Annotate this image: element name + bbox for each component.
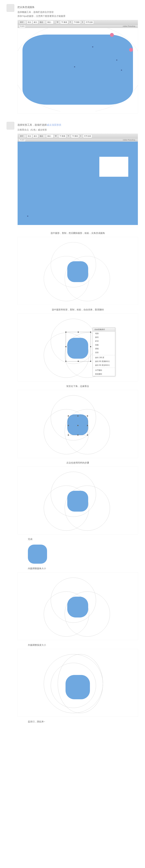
menu-item[interactable]: 缩放 (93, 332, 115, 335)
ps-chip: 74 像素 (60, 21, 68, 24)
caption: 完成 (28, 537, 138, 541)
menu-item[interactable]: 透视 (93, 347, 115, 351)
rounded-shape (67, 261, 88, 282)
ps-chip: E (79, 134, 82, 138)
menu-item[interactable]: 旋转 90 度(逆时针) (93, 363, 115, 367)
step-desc-prefix: 选择矩形工具，选项栏选择 (18, 123, 47, 126)
step-desc: 沿着重合点（红色）减去矩形 (18, 128, 138, 132)
squircle-shape (23, 35, 133, 104)
ps-chip: 减去 (32, 21, 38, 24)
menu-item[interactable]: 扭曲 (93, 343, 115, 347)
ps-chip: W: (54, 134, 58, 138)
ps-chip: 74 像素 (71, 134, 79, 138)
caption: 内圆调整圆角大小 (28, 567, 138, 570)
ps-chip: W: (55, 21, 60, 24)
ps-chip: H: (67, 134, 71, 138)
rounded-shape (67, 597, 88, 618)
ps-chip: 描边： (39, 134, 46, 138)
ps-chip: H: (69, 21, 72, 24)
caption: 选中圆形和矩形，复制，粘贴，自由变换，垂直翻转 (18, 308, 138, 312)
ps-chip: E (81, 21, 84, 24)
ps-chip: 描边： (46, 21, 53, 24)
app-title: Adobe Photoshop... (123, 25, 137, 27)
doc-meta: RGB/8 (19, 25, 25, 28)
menu-item[interactable]: 旋转 (93, 335, 115, 339)
caption: 矩至右下角，边缘重合 (18, 384, 138, 388)
menu-item[interactable]: 垂直翻转 (93, 372, 115, 376)
context-menu: 自由变换路径 缩放 旋转 斜切 扭曲 透视 变形 旋转 180 度 旋转 90 … (93, 328, 115, 376)
step-desc: 选择矩形工具，选项栏选择减去顶层形状 (18, 123, 138, 127)
menu-item[interactable]: 变形 (93, 351, 115, 354)
step-desc: 添加74px的圆形，注意两个图形要重合才能圆滑 (18, 14, 138, 18)
final-shape (28, 545, 47, 564)
step-title: 把尖角变成圆角 (18, 5, 138, 9)
app-title: Adobe Photoshop... (123, 139, 137, 141)
step-link: 减去顶层形状 (47, 123, 62, 126)
ps-chip: 对齐边缘 (83, 134, 92, 138)
menu-header: 自由变换路径 (93, 328, 115, 332)
step-number-icon (7, 4, 14, 12)
ps-chip: 组合 (27, 134, 32, 138)
menu-item[interactable]: 旋转 90 度(顺时针) (93, 360, 115, 363)
rounded-shape (67, 491, 88, 512)
menu-item[interactable]: 旋转 180 度 (93, 356, 115, 360)
ps-chip: 路径： (19, 134, 26, 138)
menu-item[interactable]: 水平翻转 (93, 368, 115, 372)
rounded-shape (66, 675, 90, 699)
caption: 选中圆形，复制，然后删除圆形，粘贴，尖角变成圆角 (18, 231, 138, 235)
ps-chip: 74 像素 (58, 134, 66, 138)
caption: 盆友们，躁起来~ (28, 720, 138, 723)
caption: 外圆调整弧度大小 (28, 643, 138, 647)
step-number-icon (7, 122, 14, 129)
ps-chip: 描边： (39, 21, 46, 24)
step-desc: 选择椭圆工具，选项栏选择合并形状 (18, 10, 138, 14)
menu-item[interactable]: 斜切 (93, 339, 115, 343)
ps-chip: 组合 (27, 21, 32, 24)
ps-chip: 减去 (32, 134, 38, 138)
ps-chip: 74 像素 (73, 21, 81, 24)
ps-chip: 描边： (46, 134, 53, 138)
ps-chip: 对齐边缘 (85, 21, 94, 24)
ps-chip: 路径： (19, 21, 26, 24)
overlap-marker-icon (110, 33, 114, 37)
doc-meta: RGB/8 (19, 138, 25, 141)
caption: 左边也使用同样的步骤 (18, 461, 138, 465)
